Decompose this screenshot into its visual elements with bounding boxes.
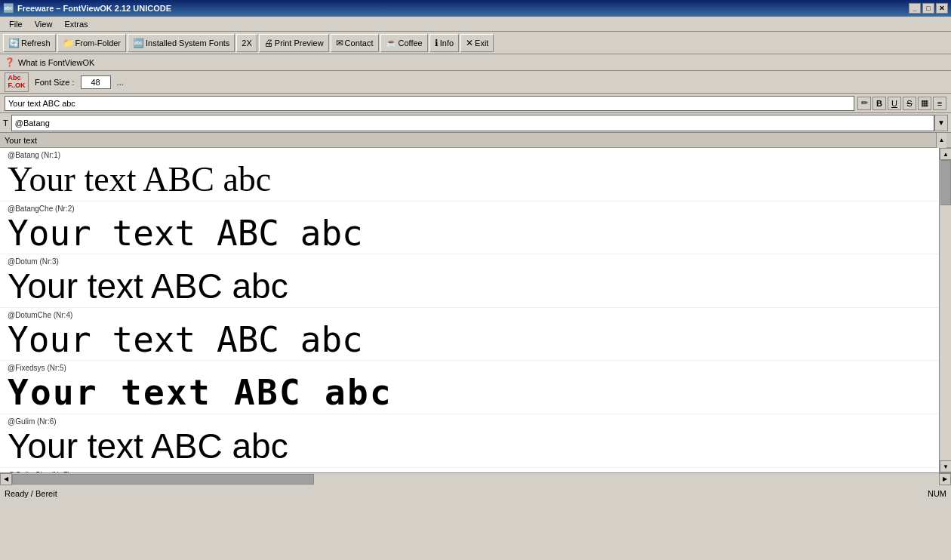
text-toolbar: ✏ B U S ▦ ≡ xyxy=(857,97,946,110)
fontsize-bar: Abc F..OK Font Size : ... xyxy=(0,71,951,94)
strikethrough-tool-button[interactable]: S xyxy=(903,97,916,110)
info-label: Info xyxy=(440,38,454,48)
refresh-icon: 🔄 xyxy=(8,38,20,48)
installed-label: Installed System Fonts xyxy=(146,38,229,48)
print-preview-label: Print Preview xyxy=(275,38,324,48)
font-name-label: @BatangChe (Nr:2) xyxy=(8,205,931,213)
logo-line2: F..OK xyxy=(8,82,25,89)
font-preview-text: Your text ABC abc xyxy=(8,427,931,466)
scroll-track[interactable] xyxy=(940,160,951,460)
maximize-button[interactable]: □ xyxy=(922,3,934,14)
preview-label-bar: Your text ▲ xyxy=(0,133,951,148)
app-logo: Abc F..OK xyxy=(5,72,29,92)
preview-label-text: Your text xyxy=(5,136,37,145)
scroll-thumb[interactable] xyxy=(940,160,951,205)
coffee-icon: ☕ xyxy=(386,38,397,48)
menu-view[interactable]: View xyxy=(29,18,59,30)
exit-label: Exit xyxy=(475,38,488,48)
h-scroll-thumb[interactable] xyxy=(12,474,314,485)
h-scroll-track[interactable] xyxy=(12,473,939,485)
font-name-label: @Gulim (Nr:6) xyxy=(8,417,931,426)
status-bar: Ready / Bereit NUM xyxy=(0,485,951,501)
from-folder-button[interactable]: 📁 From-Folder xyxy=(57,34,127,52)
fontsize-label: Font Size : xyxy=(35,78,75,87)
font-dropdown-arrow[interactable]: ▼ xyxy=(934,115,948,131)
installed-fonts-button[interactable]: 🔤 Installed System Fonts xyxy=(128,34,235,52)
text-input-bar: ✏ B U S ▦ ≡ xyxy=(0,94,951,113)
preview-text-input[interactable] xyxy=(5,96,854,111)
grid-tool-button[interactable]: ▦ xyxy=(918,97,931,110)
info-button[interactable]: ℹ Info xyxy=(429,34,459,52)
underline-tool-button[interactable]: U xyxy=(888,97,901,110)
h-scroll-left-arrow[interactable]: ◀ xyxy=(0,473,12,485)
menu-bar: File View Extras xyxy=(0,17,951,32)
font-preview-text: Your text ABC abc xyxy=(8,161,931,199)
list-tool-button[interactable]: ≡ xyxy=(933,97,946,110)
font-name-label: @Dotum (Nr:3) xyxy=(8,257,931,266)
contact-icon: ✉ xyxy=(336,38,343,48)
print-icon: 🖨 xyxy=(264,38,273,48)
exit-icon: ✕ xyxy=(466,38,473,48)
toolbar: 🔄 Refresh 📁 From-Folder 🔤 Installed Syst… xyxy=(0,32,951,54)
logo-line1: Abc xyxy=(8,74,20,82)
font-name-label: @DotumChe (Nr:4) xyxy=(8,311,931,319)
font-entry: @BatangChe (Nr:2)Your text ABC abc xyxy=(0,202,939,255)
title-bar-buttons: _ □ ✕ xyxy=(909,3,948,14)
vertical-scrollbar[interactable]: ▲ ▼ xyxy=(939,148,951,472)
menu-extras[interactable]: Extras xyxy=(58,18,94,30)
from-folder-label: From-Folder xyxy=(75,38,122,48)
refresh-button[interactable]: 🔄 Refresh xyxy=(3,34,56,52)
pencil-tool-button[interactable]: ✏ xyxy=(857,97,871,110)
menu-file[interactable]: File xyxy=(3,18,29,30)
folder-icon: 📁 xyxy=(63,38,74,48)
info-icon: ℹ xyxy=(435,38,439,48)
two-x-label: 2X xyxy=(242,38,251,48)
info-bar: ❓ What is FontViewOK xyxy=(0,54,951,71)
fontsize-input[interactable] xyxy=(81,75,111,89)
info-text: What is FontViewOK xyxy=(18,58,94,67)
contact-label: Contact xyxy=(345,38,374,48)
font-name-label: @GulimChe (Nr:7) xyxy=(8,471,931,472)
content-wrapper: @Batang (Nr:1)Your text ABC abc@BatangCh… xyxy=(0,148,951,472)
font-preview-text: Your text ABC abc xyxy=(8,321,931,359)
font-entry: @DotumChe (Nr:4)Your text ABC abc xyxy=(0,308,939,362)
font-entry: @Dotum (Nr:3)Your text ABC abc xyxy=(0,254,939,308)
exit-button[interactable]: ✕ Exit xyxy=(460,34,494,52)
font-preview-text: Your text ABC abc xyxy=(8,267,931,306)
print-preview-button[interactable]: 🖨 Print Preview xyxy=(259,34,329,52)
font-entry: @Batang (Nr:1)Your text ABC abc xyxy=(0,148,939,202)
minimize-button[interactable]: _ xyxy=(909,3,921,14)
font-entry: @GulimChe (Nr:7)Your text ABC abc xyxy=(0,468,939,472)
contact-button[interactable]: ✉ Contact xyxy=(331,34,379,52)
title-text: Freeware – FontViewOK 2.12 UNICODE xyxy=(17,4,171,13)
fontsize-dots: ... xyxy=(117,78,124,87)
horizontal-scrollbar[interactable]: ◀ ▶ xyxy=(0,472,951,485)
title-bar: 🔤 Freeware – FontViewOK 2.12 UNICODE _ □… xyxy=(0,0,951,17)
font-preview-text: Your text ABC abc xyxy=(8,374,931,412)
num-indicator: NUM xyxy=(928,489,946,498)
scroll-up-arrow[interactable]: ▲ xyxy=(940,148,951,160)
bold-tool-button[interactable]: B xyxy=(873,97,886,110)
title-bar-left: 🔤 Freeware – FontViewOK 2.12 UNICODE xyxy=(3,3,171,14)
info-icon: ❓ xyxy=(5,57,15,67)
font-preview-text: Your text ABC abc xyxy=(8,214,931,253)
font-type-icon: T xyxy=(3,118,8,128)
font-entries-list: @Batang (Nr:1)Your text ABC abc@BatangCh… xyxy=(0,148,939,472)
coffee-label: Coffee xyxy=(399,38,423,48)
coffee-button[interactable]: ☕ Coffee xyxy=(380,34,428,52)
font-selector-bar: T ▼ xyxy=(0,113,951,133)
scroll-down-arrow[interactable]: ▼ xyxy=(940,460,951,472)
font-name-label: @Fixedsys (Nr:5) xyxy=(8,364,931,372)
font-select-input[interactable] xyxy=(11,115,934,131)
h-scroll-right-arrow[interactable]: ▶ xyxy=(939,473,951,485)
status-text: Ready / Bereit xyxy=(5,489,57,498)
app-icon: 🔤 xyxy=(3,3,14,14)
close-button[interactable]: ✕ xyxy=(936,3,948,14)
font-preview-area: @Batang (Nr:1)Your text ABC abc@BatangCh… xyxy=(0,148,939,472)
refresh-label: Refresh xyxy=(21,38,51,48)
font-entry: @Fixedsys (Nr:5)Your text ABC abc xyxy=(0,361,939,414)
preview-scroll-up[interactable]: ▲ xyxy=(936,133,946,148)
font-name-label: @Batang (Nr:1) xyxy=(8,151,931,159)
font-entry: @Gulim (Nr:6)Your text ABC abc xyxy=(0,414,939,468)
two-x-button[interactable]: 2X xyxy=(236,34,257,52)
